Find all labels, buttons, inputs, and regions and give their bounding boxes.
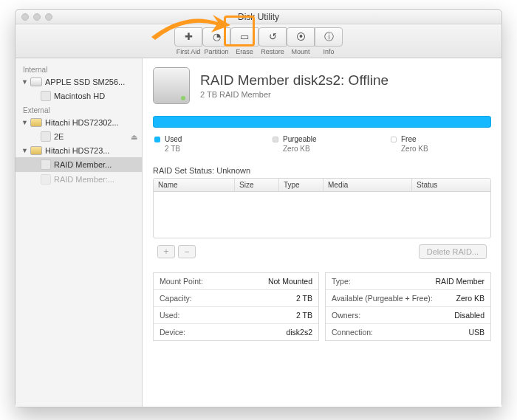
erase-button[interactable]: ▭ — [230, 27, 258, 47]
minimize-icon[interactable] — [33, 13, 41, 21]
purgeable-label: Purgeable — [283, 135, 317, 143]
info-value: Zero KB — [456, 294, 485, 303]
used-swatch — [154, 137, 160, 142]
add-raid-button[interactable]: + — [157, 245, 175, 258]
info-value: disk2s2 — [286, 328, 312, 337]
close-icon[interactable] — [21, 13, 29, 21]
used-value: 2 TB — [165, 145, 243, 153]
partition-button[interactable]: ◔ — [202, 27, 230, 47]
eject-icon[interactable]: ⏏ — [131, 133, 137, 141]
info-key: Type: — [332, 277, 351, 286]
volume-icon — [41, 91, 51, 101]
disclosure-triangle-icon[interactable]: ▼ — [21, 119, 27, 126]
info-label: Info — [323, 48, 334, 55]
col-name[interactable]: Name — [154, 179, 235, 191]
first-aid-button[interactable]: ✚ — [174, 27, 202, 47]
info-value: Disabled — [454, 311, 485, 320]
info-key: Device: — [160, 328, 185, 337]
info-key: Owners: — [332, 311, 360, 320]
external-drive-icon — [30, 146, 42, 155]
window-title: Disk Utility — [238, 12, 279, 22]
sidebar-item-label: Hitachi HDS72302... — [45, 118, 119, 127]
info-col-right: Type:RAID Member Available (Purgeable + … — [325, 272, 491, 341]
delete-raid-button[interactable]: Delete RAID... — [419, 244, 487, 259]
disclosure-triangle-icon[interactable]: ▼ — [21, 78, 27, 86]
restore-button[interactable]: ↺ — [258, 27, 287, 47]
info-value: Not Mounted — [268, 277, 312, 286]
disk-utility-window: Disk Utility ✚ First Aid ◔ Partition ▭ E… — [15, 9, 502, 407]
sidebar-section-external: External — [16, 103, 142, 116]
info-key: Capacity: — [160, 294, 192, 303]
sidebar-disk-ext2[interactable]: ▼ Hitachi HDS723... — [16, 144, 142, 157]
info-value: 2 TB — [296, 294, 312, 303]
used-label: Used — [165, 135, 182, 143]
sidebar-item-label: RAID Member:... — [54, 175, 114, 184]
info-value: 2 TB — [296, 311, 312, 320]
info-value: RAID Member — [435, 277, 485, 286]
volume-large-icon — [153, 67, 190, 104]
free-swatch — [391, 137, 397, 142]
restore-label: Restore — [261, 48, 284, 55]
volume-title: RAID Member disk2s2: Offline — [200, 72, 388, 89]
remove-raid-button[interactable]: − — [178, 245, 196, 258]
external-drive-icon — [30, 118, 42, 127]
usage-bar — [153, 116, 491, 128]
sidebar-item-label: Hitachi HDS723... — [45, 146, 109, 155]
volume-subtitle: 2 TB RAID Member — [200, 90, 388, 99]
restore-icon: ↺ — [269, 31, 277, 42]
col-size[interactable]: Size — [235, 179, 279, 191]
col-status[interactable]: Status — [412, 179, 490, 191]
raid-status-title: RAID Set Status: Unknown — [153, 166, 491, 175]
usage-legend: Used 2 TB Purgeable Zero KB Free Zero KB — [153, 132, 491, 166]
pie-icon: ◔ — [213, 31, 221, 42]
main-panel: RAID Member disk2s2: Offline 2 TB RAID M… — [143, 58, 501, 407]
free-label: Free — [401, 135, 417, 143]
sidebar-disk-ext1[interactable]: ▼ Hitachi HDS72302... — [16, 116, 142, 129]
erase-label: Erase — [236, 48, 253, 55]
info-key: Mount Point: — [160, 277, 203, 286]
volume-icon — [41, 131, 51, 142]
volume-info-grid: Mount Point:Not Mounted Capacity:2 TB Us… — [153, 272, 491, 341]
mount-icon: ⦿ — [296, 31, 306, 42]
mount-label: Mount — [291, 48, 309, 55]
internal-drive-icon — [30, 78, 42, 86]
info-button[interactable]: ⓘ — [315, 27, 343, 47]
info-icon: ⓘ — [324, 30, 334, 44]
partition-label: Partition — [204, 48, 228, 55]
disclosure-triangle-icon[interactable]: ▼ — [21, 147, 27, 154]
sidebar: Internal ▼ APPLE SSD SM256... Macintosh … — [16, 58, 143, 407]
purgeable-swatch — [273, 137, 278, 142]
volume-icon — [41, 174, 51, 185]
volume-icon — [41, 159, 51, 170]
purgeable-value: Zero KB — [283, 145, 361, 153]
raid-set-table: Name Size Type Media Status — [153, 178, 491, 238]
col-type[interactable]: Type — [279, 179, 323, 191]
sidebar-volume-raid-member-2[interactable]: RAID Member:... — [16, 172, 142, 187]
window-controls[interactable] — [21, 13, 52, 21]
sidebar-item-label: RAID Member... — [54, 160, 112, 169]
sidebar-volume-raid-member-1[interactable]: RAID Member... — [16, 157, 142, 172]
sidebar-volume-macintosh-hd[interactable]: Macintosh HD — [16, 89, 142, 103]
info-col-left: Mount Point:Not Mounted Capacity:2 TB Us… — [153, 272, 319, 341]
info-key: Available (Purgeable + Free): — [332, 294, 433, 303]
first-aid-label: First Aid — [177, 48, 201, 55]
stethoscope-icon: ✚ — [185, 31, 193, 42]
mount-button[interactable]: ⦿ — [287, 27, 315, 47]
toolbar: ✚ First Aid ◔ Partition ▭ Erase ↺ Restor… — [16, 24, 501, 58]
sidebar-item-label: Macintosh HD — [54, 92, 105, 100]
info-value: USB — [468, 328, 485, 337]
sidebar-volume-2e[interactable]: 2E ⏏ — [16, 129, 142, 144]
erase-icon: ▭ — [240, 31, 249, 42]
free-value: Zero KB — [401, 145, 479, 153]
sidebar-section-internal: Internal — [16, 63, 142, 75]
sidebar-item-label: 2E — [54, 132, 64, 141]
col-media[interactable]: Media — [323, 179, 412, 191]
info-key: Used: — [160, 311, 179, 320]
sidebar-disk-internal[interactable]: ▼ APPLE SSD SM256... — [16, 75, 142, 89]
zoom-icon[interactable] — [45, 13, 52, 21]
sidebar-item-label: APPLE SSD SM256... — [45, 78, 125, 86]
info-key: Connection: — [332, 328, 373, 337]
titlebar: Disk Utility — [16, 10, 501, 24]
